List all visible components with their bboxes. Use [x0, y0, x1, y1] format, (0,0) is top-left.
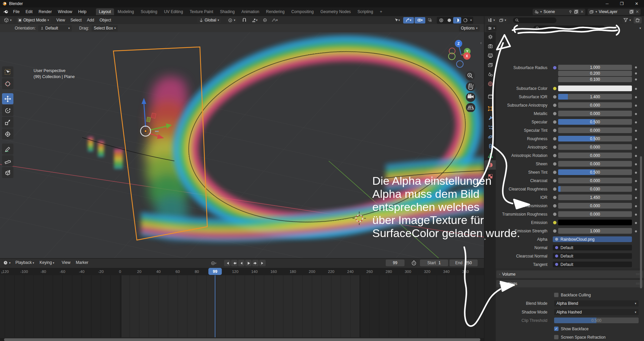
animate-dot[interactable]	[635, 130, 637, 132]
checkbox-show-backface[interactable]: ✓	[554, 327, 558, 331]
properties-tab-scene[interactable]	[484, 70, 496, 79]
timeline-menu-view[interactable]: View	[62, 260, 70, 265]
transform-orientation-dropdown[interactable]: Global ▾	[197, 17, 221, 23]
tool-rotate[interactable]	[2, 105, 13, 116]
panel-header-settings[interactable]: ▾Settings∷∷	[496, 280, 643, 287]
number-field[interactable]: 0.200	[558, 71, 632, 76]
timeline-menu-playback[interactable]: Playback ▾	[15, 260, 34, 265]
snap-toggle[interactable]	[240, 17, 248, 23]
timeline-editor-button[interactable]: ▾	[2, 260, 12, 266]
field-clip-threshold[interactable]: 0.500	[554, 318, 639, 323]
viewport-menu-object[interactable]: Object	[97, 17, 114, 23]
tool-add-cube[interactable]	[2, 167, 13, 178]
menu-edit[interactable]: Edit	[22, 9, 36, 15]
shading-material-button[interactable]	[453, 17, 461, 23]
slider-field[interactable]: 0.000	[558, 203, 632, 209]
workspace-tab-animation[interactable]: Animation	[238, 8, 262, 15]
workspace-tab-rendering[interactable]: Rendering	[263, 8, 287, 15]
slider-field[interactable]: 0.000	[558, 211, 632, 217]
tool-select-box[interactable]	[2, 66, 13, 77]
color-swatch[interactable]	[558, 86, 632, 91]
animate-dot[interactable]	[635, 188, 637, 190]
menu-window[interactable]: Window	[55, 9, 75, 15]
tool-measure[interactable]	[2, 155, 13, 166]
viewport-menu-select[interactable]: Select	[68, 17, 84, 23]
slider-field[interactable]: 0.000	[558, 153, 632, 158]
show-overlays-toggle[interactable]: ▾	[415, 17, 425, 23]
animate-dot[interactable]	[635, 214, 637, 216]
minimize-button[interactable]: ─	[600, 0, 614, 7]
slider-field[interactable]: 1.400	[558, 94, 632, 100]
slider-field[interactable]: 0.500	[558, 169, 632, 175]
animate-dot[interactable]	[635, 155, 637, 157]
scene-selector[interactable]: ▾ Scene ✕	[533, 9, 586, 15]
animate-dot[interactable]	[635, 72, 637, 74]
animate-dot[interactable]	[635, 230, 637, 232]
proportional-editing-toggle[interactable]	[261, 17, 269, 23]
shading-wireframe-button[interactable]	[437, 17, 445, 23]
animate-dot[interactable]	[635, 105, 637, 107]
animate-dot[interactable]	[635, 138, 637, 140]
animate-dot[interactable]	[635, 222, 637, 224]
prev-keyframe-button[interactable]	[231, 260, 237, 266]
tool-transform[interactable]	[2, 128, 13, 139]
panel-header-volume[interactable]: ›Volume∷∷	[496, 271, 643, 278]
animate-dot[interactable]	[635, 163, 637, 165]
viewlayer-selector[interactable]: ▾ ViewLayer ✕	[588, 9, 641, 15]
tool-annotate[interactable]	[2, 144, 13, 155]
snap-settings-dropdown[interactable]: ▾	[249, 17, 260, 23]
properties-tab-render[interactable]	[484, 42, 496, 51]
viewport-menu-add[interactable]: Add	[84, 17, 97, 23]
properties-search-input[interactable]	[533, 25, 605, 31]
timeline-menu-marker[interactable]: Marker	[76, 260, 88, 265]
link-field[interactable]: Default	[553, 245, 632, 250]
animate-dot[interactable]	[635, 121, 637, 123]
number-field[interactable]: 0.100	[558, 77, 632, 82]
properties-tab-tool[interactable]	[484, 32, 496, 42]
restore-button[interactable]: ❐	[614, 0, 629, 7]
pin-icon[interactable]	[569, 10, 572, 14]
shading-solid-button[interactable]	[445, 17, 453, 23]
workspace-tab-uv-editing[interactable]: UV Editing	[161, 8, 186, 15]
timeline-menu-keying[interactable]: Keying ▾	[40, 260, 54, 265]
mode-dropdown[interactable]: Object Mode ▾	[16, 17, 51, 23]
current-frame-field[interactable]: 99	[386, 260, 405, 266]
sidebar-collapse-icon[interactable]: ‹	[480, 41, 482, 45]
hscrollbar-thumb[interactable]	[4, 338, 480, 341]
pan-hand-button[interactable]	[466, 82, 475, 91]
workspace-tab-scripting[interactable]: Scripting	[355, 8, 376, 15]
slider-field[interactable]: 0.500	[558, 136, 632, 141]
outliner-filter-button[interactable]: ▾	[622, 17, 632, 23]
timeline-expand-icon[interactable]: ›	[1, 271, 3, 275]
animate-dot[interactable]	[635, 113, 637, 115]
properties-tab-output[interactable]	[484, 51, 496, 60]
animate-dot[interactable]	[635, 88, 637, 90]
slider-field[interactable]: 0.500	[558, 119, 632, 125]
link-field[interactable]: Default	[553, 262, 632, 267]
workspace-tab-compositing[interactable]: Compositing	[288, 8, 317, 15]
tool-move[interactable]	[2, 93, 13, 104]
falloff-dropdown[interactable]: ▾	[270, 17, 280, 23]
dropdown-blend-mode[interactable]: Alpha Blend▾	[554, 300, 639, 306]
shading-dropdown[interactable]: ▾	[469, 18, 473, 22]
animate-dot[interactable]	[635, 66, 637, 68]
play-button[interactable]	[245, 260, 252, 266]
tool-scale[interactable]	[2, 117, 13, 128]
autokey-button[interactable]: ▾	[208, 260, 219, 266]
animate-dot[interactable]	[635, 78, 637, 80]
slider-field[interactable]: 0.000	[558, 144, 632, 150]
workspace-tab-texture-paint[interactable]: Texture Paint	[187, 8, 216, 15]
slider-field[interactable]: 0.030	[558, 186, 632, 192]
unlink-scene-icon[interactable]: ✕	[580, 9, 584, 14]
zoom-button[interactable]	[466, 71, 475, 80]
animate-dot[interactable]	[635, 180, 637, 182]
slider-field[interactable]: 0.000	[558, 127, 632, 133]
tool-cursor[interactable]	[2, 78, 13, 89]
checkbox-backface-culling[interactable]	[554, 293, 558, 297]
properties-scrollbar[interactable]	[640, 156, 642, 288]
animate-dot[interactable]	[635, 172, 637, 174]
pivot-dropdown[interactable]: ▾	[227, 17, 237, 23]
jump-end-button[interactable]	[259, 260, 266, 266]
menu-file[interactable]: File	[10, 9, 22, 15]
workspace-tab-+[interactable]: +	[377, 8, 385, 15]
